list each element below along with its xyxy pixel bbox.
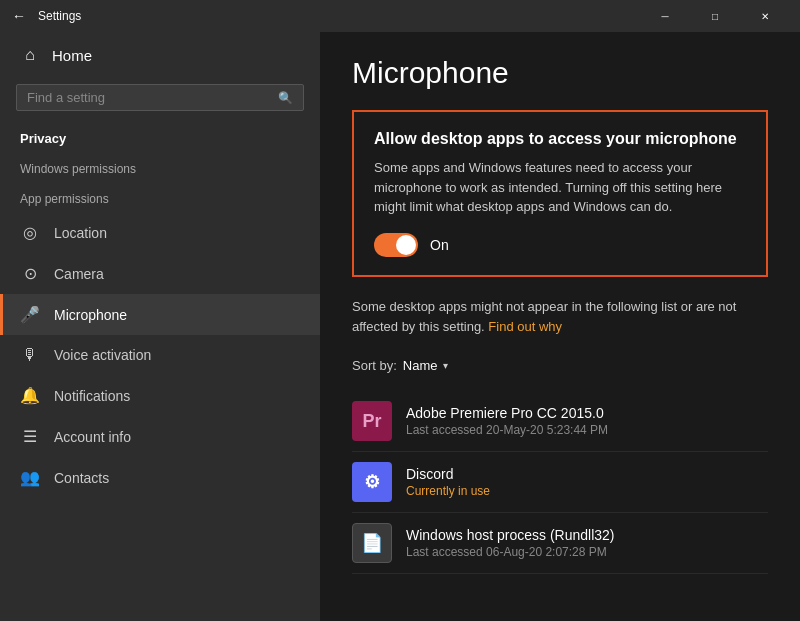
allow-box-title: Allow desktop apps to access your microp… bbox=[374, 130, 746, 148]
discord-icon-text: ⚙ bbox=[364, 471, 380, 493]
premiere-app-icon: Pr bbox=[352, 401, 392, 441]
search-box: 🔍 bbox=[16, 84, 304, 111]
windows-host-app-info: Windows host process (Rundll32) Last acc… bbox=[406, 527, 615, 559]
sidebar-item-contacts[interactable]: 👥 Contacts bbox=[0, 457, 320, 498]
app-item-windows-host: 📄 Windows host process (Rundll32) Last a… bbox=[352, 513, 768, 574]
home-label: Home bbox=[52, 47, 92, 64]
search-icon: 🔍 bbox=[278, 91, 293, 105]
sort-chevron-icon: ▾ bbox=[443, 360, 448, 371]
windows-host-icon-text: 📄 bbox=[361, 532, 383, 554]
window-controls: ─ □ ✕ bbox=[642, 0, 788, 32]
sidebar-item-home[interactable]: ⌂ Home bbox=[0, 32, 320, 78]
windows-permissions-label: Windows permissions bbox=[0, 152, 320, 182]
premiere-icon-text: Pr bbox=[362, 411, 381, 432]
camera-label: Camera bbox=[54, 266, 104, 282]
discord-app-status: Currently in use bbox=[406, 484, 490, 498]
microphone-icon: 🎤 bbox=[20, 305, 40, 324]
discord-app-icon: ⚙ bbox=[352, 462, 392, 502]
sort-value[interactable]: Name bbox=[403, 358, 438, 373]
minimize-button[interactable]: ─ bbox=[642, 0, 688, 32]
voice-activation-label: Voice activation bbox=[54, 347, 151, 363]
page-title: Microphone bbox=[352, 56, 768, 90]
titlebar-title: Settings bbox=[38, 9, 81, 23]
find-out-why-link[interactable]: Find out why bbox=[488, 319, 562, 334]
allow-box: Allow desktop apps to access your microp… bbox=[352, 110, 768, 277]
microphone-label: Microphone bbox=[54, 307, 127, 323]
home-icon: ⌂ bbox=[20, 46, 40, 64]
toggle-knob bbox=[396, 235, 416, 255]
sidebar: ⌂ Home 🔍 Privacy Windows permissions App… bbox=[0, 32, 320, 621]
location-icon: ◎ bbox=[20, 223, 40, 242]
app-item-premiere: Pr Adobe Premiere Pro CC 2015.0 Last acc… bbox=[352, 391, 768, 452]
premiere-app-name: Adobe Premiere Pro CC 2015.0 bbox=[406, 405, 608, 421]
discord-app-name: Discord bbox=[406, 466, 490, 482]
sort-row: Sort by: Name ▾ bbox=[352, 358, 768, 373]
sidebar-item-account-info[interactable]: ☰ Account info bbox=[0, 416, 320, 457]
close-button[interactable]: ✕ bbox=[742, 0, 788, 32]
notifications-label: Notifications bbox=[54, 388, 130, 404]
titlebar: ← Settings ─ □ ✕ bbox=[0, 0, 800, 32]
toggle-row: On bbox=[374, 233, 746, 257]
voice-activation-icon: 🎙 bbox=[20, 346, 40, 364]
windows-host-app-status: Last accessed 06-Aug-20 2:07:28 PM bbox=[406, 545, 615, 559]
sidebar-item-microphone[interactable]: 🎤 Microphone bbox=[0, 294, 320, 335]
allow-box-description: Some apps and Windows features need to a… bbox=[374, 158, 746, 217]
camera-icon: ⊙ bbox=[20, 264, 40, 283]
privacy-section-label: Privacy bbox=[0, 123, 320, 152]
main-layout: ⌂ Home 🔍 Privacy Windows permissions App… bbox=[0, 32, 800, 621]
maximize-button[interactable]: □ bbox=[692, 0, 738, 32]
sort-label: Sort by: bbox=[352, 358, 397, 373]
account-info-icon: ☰ bbox=[20, 427, 40, 446]
windows-host-app-icon: 📄 bbox=[352, 523, 392, 563]
contacts-icon: 👥 bbox=[20, 468, 40, 487]
microphone-toggle[interactable] bbox=[374, 233, 418, 257]
sidebar-item-voice-activation[interactable]: 🎙 Voice activation bbox=[0, 335, 320, 375]
location-label: Location bbox=[54, 225, 107, 241]
content-area: Microphone Allow desktop apps to access … bbox=[320, 32, 800, 621]
sidebar-item-notifications[interactable]: 🔔 Notifications bbox=[0, 375, 320, 416]
app-permissions-label: App permissions bbox=[0, 182, 320, 212]
discord-app-info: Discord Currently in use bbox=[406, 466, 490, 498]
sidebar-item-camera[interactable]: ⊙ Camera bbox=[0, 253, 320, 294]
contacts-label: Contacts bbox=[54, 470, 109, 486]
info-text: Some desktop apps might not appear in th… bbox=[352, 297, 768, 339]
back-button[interactable]: ← bbox=[12, 8, 26, 24]
app-item-discord: ⚙ Discord Currently in use bbox=[352, 452, 768, 513]
windows-host-app-name: Windows host process (Rundll32) bbox=[406, 527, 615, 543]
account-info-label: Account info bbox=[54, 429, 131, 445]
toggle-state-label: On bbox=[430, 237, 449, 253]
premiere-app-status: Last accessed 20-May-20 5:23:44 PM bbox=[406, 423, 608, 437]
search-input[interactable] bbox=[27, 90, 270, 105]
notifications-icon: 🔔 bbox=[20, 386, 40, 405]
premiere-app-info: Adobe Premiere Pro CC 2015.0 Last access… bbox=[406, 405, 608, 437]
sidebar-item-location[interactable]: ◎ Location bbox=[0, 212, 320, 253]
